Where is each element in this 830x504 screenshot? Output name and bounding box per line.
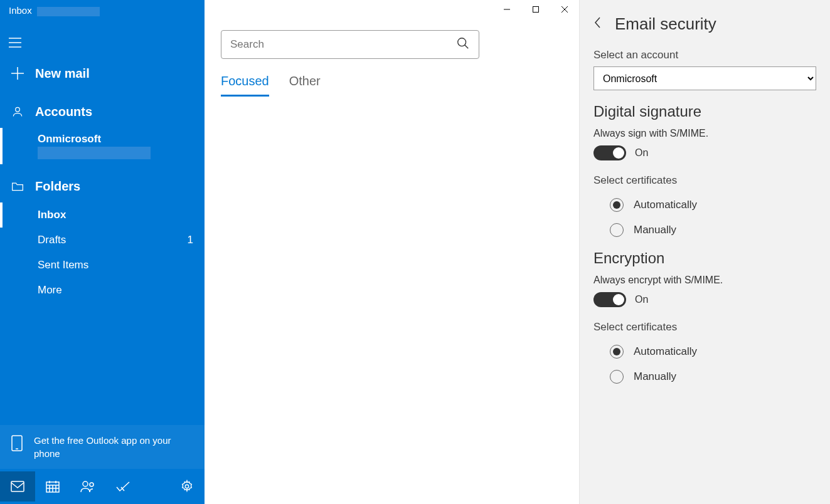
sign-cert-manual-radio[interactable]: Manually [610, 223, 816, 237]
sidebar: Inbox New mail Accounts Onmicrosoft Fold… [0, 0, 205, 504]
sidebar-bottom-nav [0, 469, 205, 504]
folder-inbox-label: Inbox [38, 209, 66, 221]
maximize-button[interactable] [521, 0, 550, 19]
account-name: Onmicrosoft [38, 133, 101, 145]
radio-icon [610, 198, 624, 212]
folders-heading-label: Folders [35, 179, 80, 194]
settings-back-button[interactable] [593, 14, 606, 34]
sidebar-folder-drafts[interactable]: Drafts 1 [0, 228, 205, 253]
svg-point-5 [16, 107, 20, 112]
account-select[interactable]: Onmicrosoft [593, 66, 816, 90]
window-controls [492, 0, 579, 19]
always-encrypt-label: Always encrypt with S/MIME. [593, 275, 816, 286]
always-sign-label: Always sign with S/MIME. [593, 128, 816, 139]
always-encrypt-toggle[interactable] [593, 292, 626, 307]
inbox-tabs: Focused Other [221, 74, 579, 97]
svg-point-18 [90, 483, 93, 486]
always-sign-on-label: On [635, 147, 648, 159]
hamburger-button[interactable] [0, 28, 30, 58]
svg-point-19 [185, 485, 189, 488]
new-mail-label: New mail [35, 66, 90, 81]
folder-sent-label: Sent Items [38, 259, 88, 271]
outlook-app-promo[interactable]: Get the free Outlook app on your phone [0, 425, 205, 469]
search-container [221, 30, 479, 59]
radio-icon [610, 223, 624, 237]
new-mail-button[interactable]: New mail [0, 58, 205, 90]
sign-select-certs-label: Select certificates [593, 174, 816, 187]
search-box[interactable] [221, 30, 479, 59]
settings-title: Email security [615, 14, 716, 34]
account-email-redacted [38, 147, 151, 159]
radio-icon [610, 370, 624, 384]
mail-app: Inbox New mail Accounts Onmicrosoft Fold… [0, 0, 830, 504]
encrypt-cert-auto-label: Automatically [634, 345, 697, 358]
window-title-text: Inbox [9, 5, 32, 16]
sidebar-folder-sent[interactable]: Sent Items [0, 253, 205, 278]
settings-pane: Email security Select an account Onmicro… [579, 0, 830, 504]
promo-text: Get the free Outlook app on your phone [34, 434, 193, 460]
sign-cert-manual-label: Manually [634, 224, 676, 236]
nav-mail-button[interactable] [0, 471, 35, 501]
nav-settings-button[interactable] [169, 471, 205, 501]
accounts-heading[interactable]: Accounts [0, 96, 205, 128]
folder-drafts-label: Drafts [38, 234, 66, 246]
settings-header: Email security [593, 0, 816, 40]
search-icon [456, 36, 470, 53]
tab-focused-label: Focused [221, 74, 269, 88]
search-input[interactable] [230, 38, 456, 51]
radio-icon [610, 345, 624, 359]
close-button[interactable] [550, 0, 579, 19]
encryption-heading: Encryption [593, 249, 816, 267]
always-sign-toggle[interactable] [593, 145, 626, 160]
nav-todo-button[interactable] [105, 471, 141, 501]
folder-drafts-count: 1 [188, 234, 193, 246]
folders-heading[interactable]: Folders [0, 171, 205, 202]
tab-other-label: Other [289, 74, 321, 88]
sidebar-folder-inbox[interactable]: Inbox [0, 202, 205, 228]
svg-point-24 [458, 38, 466, 46]
sign-cert-auto-label: Automatically [634, 199, 697, 211]
message-pane: Focused Other [205, 0, 579, 504]
encrypt-select-certs-label: Select certificates [593, 321, 816, 333]
accounts-heading-label: Accounts [35, 105, 92, 119]
redacted-title [37, 7, 100, 16]
tab-other[interactable]: Other [289, 74, 321, 97]
sidebar-account-onmicrosoft[interactable]: Onmicrosoft [0, 128, 205, 164]
always-sign-toggle-row: On [593, 145, 816, 160]
svg-line-25 [465, 45, 469, 49]
encrypt-cert-auto-radio[interactable]: Automatically [610, 345, 816, 359]
nav-people-button[interactable] [70, 471, 105, 501]
svg-point-17 [83, 481, 88, 486]
svg-rect-8 [11, 481, 24, 491]
nav-calendar-button[interactable] [35, 471, 70, 501]
minimize-button[interactable] [492, 0, 521, 19]
sidebar-folder-more[interactable]: More [0, 278, 205, 303]
svg-rect-21 [533, 7, 539, 13]
window-title: Inbox [0, 0, 205, 19]
select-account-label: Select an account [593, 49, 816, 61]
encrypt-cert-manual-radio[interactable]: Manually [610, 370, 816, 384]
folder-more-label: More [38, 284, 62, 297]
digital-signature-heading: Digital signature [593, 103, 816, 120]
tab-focused[interactable]: Focused [221, 74, 269, 97]
encrypt-cert-manual-label: Manually [634, 370, 676, 383]
sign-cert-auto-radio[interactable]: Automatically [610, 198, 816, 212]
always-encrypt-toggle-row: On [593, 292, 816, 307]
always-encrypt-on-label: On [635, 294, 648, 305]
